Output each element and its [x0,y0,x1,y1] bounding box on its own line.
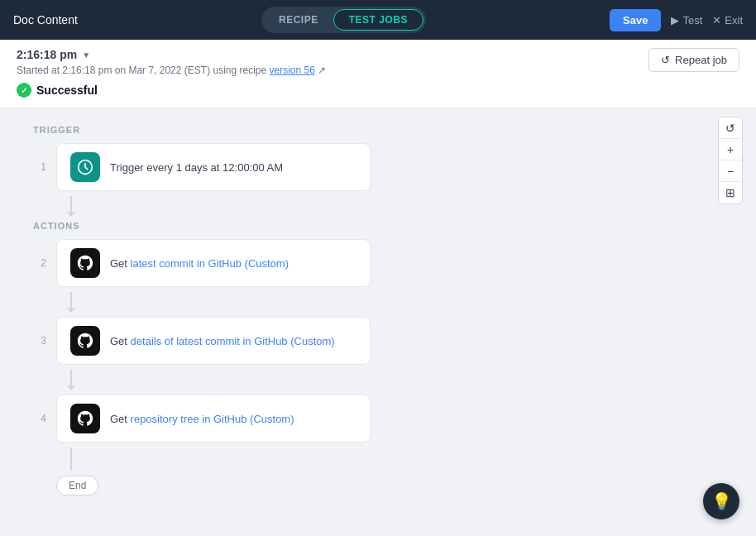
step-card-1[interactable]: Trigger every 1 days at 12:00:00 AM [56,143,371,191]
zoom-reset-button[interactable]: ↺ [719,117,742,139]
version-link[interactable]: version 56 [270,65,315,76]
step-card-3[interactable]: Get details of latest commit in GitHub (… [56,317,371,365]
tab-bar: RECIPE TEST JOBS [261,7,426,33]
zoom-in-button[interactable]: + [719,139,742,160]
arrow-down-1 [70,196,72,216]
flow-row-2: 2 Get latest commit in GitHub (Custom) [33,239,463,287]
tab-recipe[interactable]: RECIPE [264,10,333,30]
end-label: End [56,476,98,495]
step-card-4[interactable]: Get repository tree in GitHub (Custom) [56,395,371,443]
step-1-text: Trigger every 1 days at 12:00:00 AM [110,161,283,174]
github-icon-3 [70,326,100,356]
end-node: End [56,476,463,495]
repeat-icon: ↺ [661,54,670,66]
header: Doc Content RECIPE TEST JOBS Save ▶ Test… [0,0,756,40]
step-card-2[interactable]: Get latest commit in GitHub (Custom) [56,239,371,287]
job-info-bar: 2:16:18 pm ▼ Started at 2:16:18 pm on Ma… [0,40,756,108]
step-number-3: 3 [33,335,46,347]
job-time: 2:16:18 pm ▼ [17,48,326,61]
step-number-1: 1 [33,161,46,173]
step-number-2: 2 [33,257,46,269]
arrow-down-3 [70,370,72,390]
repeat-job-button[interactable]: ↺ Repeat job [648,48,739,72]
app-title: Doc Content [13,13,78,26]
status-success-icon: ✓ [17,83,31,98]
exit-button[interactable]: ✕ Exit [712,14,743,26]
connector-4 [56,447,463,471]
job-started-text: Started at 2:16:18 pm on Mar 7, 2022 (ES… [17,65,326,76]
zoom-fit-button[interactable]: ⊞ [719,182,742,203]
external-link-icon: ↗ [318,65,326,76]
canvas-area: ↺ + − ⊞ TRIGGER 1 Trigger every [0,108,756,522]
clock-icon [70,152,100,182]
arrow-down-2 [70,292,72,312]
close-icon: ✕ [712,14,721,26]
header-actions: Save ▶ Test ✕ Exit [610,9,743,31]
flow-row-4: 4 Get repository tree in GitHub (Custom) [33,395,463,443]
step-4-text: Get repository tree in GitHub (Custom) [110,413,294,425]
test-button[interactable]: ▶ Test [671,14,702,26]
save-button[interactable]: Save [610,9,661,31]
lightbulb-icon: 💡 [711,491,732,511]
status-label: Successful [36,84,98,97]
actions-section-label: ACTIONS [33,221,463,231]
flow-row-3: 3 Get details of latest commit in GitHub… [33,317,463,365]
test-icon: ▶ [671,14,679,26]
github-icon-2 [70,248,100,278]
connector-3 [56,370,463,390]
trigger-section-label: TRIGGER [33,125,463,135]
zoom-out-button[interactable]: − [719,160,742,182]
connector-1 [56,196,463,216]
main-content: 2:16:18 pm ▼ Started at 2:16:18 pm on Ma… [0,40,756,536]
flow-row-1: 1 Trigger every 1 days at 12:00:00 AM [33,143,463,191]
connector-2 [56,292,463,312]
caret-down-icon[interactable]: ▼ [82,50,90,60]
line-4 [70,447,72,471]
job-info-left: 2:16:18 pm ▼ Started at 2:16:18 pm on Ma… [17,48,326,98]
job-status: ✓ Successful [17,83,326,98]
zoom-controls: ↺ + − ⊞ [718,117,743,204]
recipe-flow: TRIGGER 1 Trigger every 1 days at 12:00:… [33,125,463,495]
step-3-text: Get details of latest commit in GitHub (… [110,335,335,347]
github-icon-4 [70,404,100,433]
tab-test-jobs[interactable]: TEST JOBS [333,9,423,31]
step-2-text: Get latest commit in GitHub (Custom) [110,257,289,270]
step-number-4: 4 [33,413,46,424]
help-button[interactable]: 💡 [703,483,739,519]
